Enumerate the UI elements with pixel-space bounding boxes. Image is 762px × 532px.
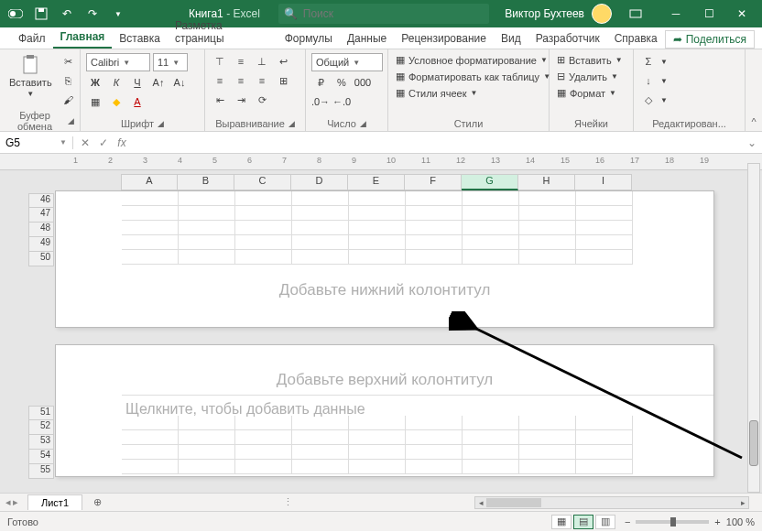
- search-box[interactable]: 🔍: [278, 4, 489, 24]
- align-center-button[interactable]: ≡: [232, 72, 250, 89]
- view-page-layout-button[interactable]: ▤: [573, 515, 593, 529]
- footer-placeholder[interactable]: Добавьте нижний колонтитул: [56, 265, 713, 309]
- sheet-tab-active[interactable]: Лист1: [27, 494, 82, 510]
- tab-developer[interactable]: Разработчик: [528, 28, 607, 49]
- increase-decimal-button[interactable]: .0→: [311, 93, 330, 110]
- cut-icon[interactable]: ✂: [60, 53, 78, 70]
- align-middle-button[interactable]: ≡: [232, 53, 250, 70]
- view-normal-button[interactable]: ▦: [551, 515, 572, 529]
- row-header[interactable]: 49: [28, 237, 54, 252]
- expand-formula-bar[interactable]: ⌄: [742, 136, 762, 149]
- increase-font-button[interactable]: A↑: [149, 74, 168, 91]
- align-bottom-button[interactable]: ⊥: [253, 53, 271, 70]
- row-header[interactable]: 47: [28, 208, 54, 223]
- user-name[interactable]: Виктор Бухтеев: [505, 7, 584, 20]
- avatar[interactable]: [592, 4, 612, 24]
- row-header[interactable]: 46: [28, 193, 54, 208]
- col-header[interactable]: B: [178, 174, 234, 190]
- font-name-combo[interactable]: Calibri▼: [86, 53, 150, 71]
- paste-button[interactable]: Вставить ▼: [5, 53, 56, 100]
- orientation-button[interactable]: ⟳: [253, 92, 271, 108]
- font-size-combo[interactable]: 11▼: [153, 53, 188, 71]
- tab-view[interactable]: Вид: [494, 28, 528, 49]
- fx-button[interactable]: fx: [114, 136, 130, 149]
- tab-page-layout[interactable]: Разметка страницы: [168, 16, 278, 49]
- qat-more[interactable]: ▼: [108, 4, 128, 24]
- scroll-split[interactable]: ⋮: [283, 496, 293, 508]
- wrap-text-button[interactable]: ↩: [274, 53, 292, 70]
- sheet-nav-next[interactable]: ▸: [13, 496, 18, 508]
- bold-button[interactable]: Ж: [86, 74, 104, 91]
- delete-cells-button[interactable]: ⊟Удалить▼: [555, 70, 620, 83]
- row-header[interactable]: 51: [28, 406, 54, 420]
- merge-button[interactable]: ⊞: [274, 72, 292, 89]
- tab-home[interactable]: Главная: [53, 27, 113, 49]
- number-launcher[interactable]: ◢: [360, 119, 366, 128]
- row-header[interactable]: 50: [28, 252, 54, 266]
- minimize-icon[interactable]: ─: [659, 0, 692, 27]
- row-header[interactable]: 55: [28, 464, 54, 479]
- maximize-icon[interactable]: ☐: [692, 0, 725, 27]
- conditional-formatting-button[interactable]: ▦Условное форматирование▼: [394, 53, 550, 67]
- percent-button[interactable]: %: [332, 74, 351, 91]
- cell-styles-button[interactable]: ▦Стили ячеек▼: [394, 86, 479, 100]
- currency-button[interactable]: ₽: [311, 74, 330, 91]
- tab-insert[interactable]: Вставка: [112, 28, 168, 49]
- save-icon[interactable]: [31, 4, 51, 24]
- zoom-level[interactable]: 100 %: [726, 516, 755, 527]
- scroll-left[interactable]: ◂: [475, 498, 486, 507]
- enter-formula-button[interactable]: ✓: [95, 136, 112, 149]
- autosum-button[interactable]: Σ: [639, 53, 658, 70]
- name-box[interactable]: G5▼: [0, 136, 73, 149]
- search-input[interactable]: [303, 7, 484, 20]
- col-header[interactable]: C: [234, 174, 291, 190]
- row-header[interactable]: 53: [28, 435, 54, 450]
- borders-button[interactable]: ▦: [86, 93, 104, 110]
- format-cells-button[interactable]: ▦Формат▼: [555, 86, 618, 100]
- align-right-button[interactable]: ≡: [253, 72, 271, 89]
- ribbon-display-icon[interactable]: [619, 0, 652, 27]
- col-header[interactable]: I: [575, 174, 632, 190]
- tab-review[interactable]: Рецензирование: [394, 28, 494, 49]
- cells-grid[interactable]: [122, 191, 713, 265]
- zoom-slider[interactable]: [636, 520, 709, 524]
- zoom-out-button[interactable]: −: [625, 516, 630, 527]
- header-placeholder[interactable]: Добавьте верхний колонтитул: [56, 345, 713, 395]
- view-page-break-button[interactable]: ▥: [595, 515, 615, 529]
- col-header[interactable]: F: [405, 174, 462, 190]
- align-launcher[interactable]: ◢: [288, 119, 295, 128]
- share-button[interactable]: ➦ Поделиться: [665, 30, 755, 49]
- col-header[interactable]: A: [121, 174, 178, 190]
- data-placeholder[interactable]: Щелкните, чтобы добавить данные: [122, 396, 633, 418]
- row-header[interactable]: 54: [28, 450, 54, 464]
- tab-data[interactable]: Данные: [340, 28, 394, 49]
- align-top-button[interactable]: ⊤: [211, 53, 229, 70]
- scroll-right[interactable]: ▸: [737, 498, 748, 507]
- vertical-scrollbar[interactable]: [747, 163, 760, 493]
- tab-file[interactable]: Файл: [11, 28, 53, 49]
- underline-button[interactable]: Ч: [128, 74, 147, 91]
- col-header-active[interactable]: G: [462, 174, 518, 190]
- close-icon[interactable]: ✕: [725, 0, 758, 27]
- redo-icon[interactable]: ↷: [82, 4, 103, 24]
- insert-cells-button[interactable]: ⊞Вставить▼: [555, 53, 625, 67]
- font-launcher[interactable]: ◢: [158, 119, 164, 128]
- italic-button[interactable]: К: [107, 74, 125, 91]
- scrollbar-thumb[interactable]: [486, 498, 541, 507]
- number-format-combo[interactable]: Общий▼: [311, 53, 383, 71]
- scrollbar-thumb[interactable]: [749, 420, 758, 466]
- col-header[interactable]: E: [348, 174, 405, 190]
- fill-button[interactable]: ↓: [639, 72, 658, 89]
- clipboard-launcher[interactable]: ◢: [68, 116, 74, 125]
- fill-color-button[interactable]: ◆: [107, 93, 125, 110]
- decrease-indent-button[interactable]: ⇤: [211, 92, 229, 108]
- align-left-button[interactable]: ≡: [211, 72, 229, 89]
- collapse-ribbon-button[interactable]: ^: [746, 49, 762, 131]
- row-header[interactable]: 52: [28, 420, 54, 435]
- decrease-decimal-button[interactable]: ←.0: [332, 93, 351, 110]
- increase-indent-button[interactable]: ⇥: [232, 92, 250, 108]
- col-header[interactable]: H: [518, 174, 575, 190]
- add-sheet-button[interactable]: ⊕: [88, 496, 106, 508]
- zoom-in-button[interactable]: +: [714, 516, 720, 527]
- format-as-table-button[interactable]: ▦Форматировать как таблицу▼: [394, 70, 552, 83]
